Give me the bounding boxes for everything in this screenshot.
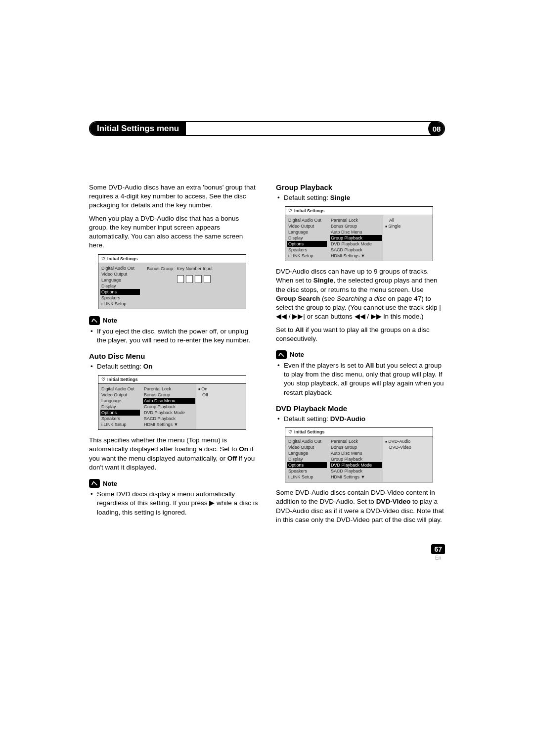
arrow-down-icon: ▼	[361, 474, 365, 479]
group-default: Default setting: Single	[276, 193, 445, 202]
arrow-down-icon: ▼	[361, 253, 365, 258]
settings-icon: ♡	[288, 429, 292, 434]
note-icon	[89, 479, 100, 488]
ss-title: Initial Settings	[107, 256, 138, 261]
dvd-default: Default setting: DVD-Audio	[276, 415, 445, 424]
left-column: Some DVD-Audio discs have an extra 'bonu…	[89, 183, 258, 528]
note-label: Note	[103, 480, 117, 487]
group-para-1: DVD-Audio discs can have up to 9 groups …	[276, 267, 445, 321]
dvd-para: Some DVD-Audio discs contain DVD-Video c…	[276, 488, 445, 524]
arrow-down-icon: ▼	[174, 422, 178, 427]
auto-default: Default setting: On	[89, 362, 258, 371]
page-number: 67 En	[431, 544, 445, 561]
screenshot-group-playback: ♡Initial Settings Digital Audio Out Vide…	[285, 206, 433, 261]
right-column: Group Playback Default setting: Single ♡…	[276, 183, 445, 528]
note1-text: If you eject the disc, switch the power …	[89, 327, 258, 345]
key-input-boxes	[147, 275, 241, 283]
heading-auto-disc-menu: Auto Disc Menu	[89, 352, 258, 360]
screenshot-bonus-group: ♡Initial Settings Digital Audio Out Vide…	[98, 254, 246, 309]
group-para-2: Set to All if you want to play all the g…	[276, 326, 445, 343]
note-icon	[276, 350, 287, 359]
bonus-label: Bonus Group : Key Number Input	[147, 266, 241, 271]
note-label: Note	[290, 351, 304, 358]
bonus-para-1: Some DVD-Audio discs have an extra 'bonu…	[89, 183, 258, 210]
note-label: Note	[103, 317, 117, 324]
ss-left-list: Digital Audio Out Video Output Language …	[98, 263, 142, 309]
note2-text: Some DVD discs display a menu automatica…	[89, 490, 258, 517]
bonus-para-2: When you play a DVD-Audio disc that has …	[89, 214, 258, 250]
heading-dvd-playback-mode: DVD Playback Mode	[276, 404, 445, 413]
settings-icon: ♡	[101, 256, 105, 261]
auto-para: This specifies whether the menu (Top men…	[89, 436, 258, 472]
screenshot-dvd-playback-mode: ♡Initial Settings Digital Audio Out Vide…	[285, 427, 433, 482]
settings-icon: ♡	[288, 208, 292, 213]
chapter-title: Initial Settings menu	[90, 122, 186, 135]
chapter-header: Initial Settings menu 08	[89, 121, 445, 136]
note3-text: Even if the players is set to All but yo…	[276, 361, 445, 397]
heading-group-playback: Group Playback	[276, 183, 445, 191]
screenshot-auto-disc-menu: ♡Initial Settings Digital Audio Out Vide…	[98, 375, 246, 430]
note-icon	[89, 316, 100, 325]
settings-icon: ♡	[101, 377, 105, 382]
chapter-number: 08	[428, 121, 445, 136]
